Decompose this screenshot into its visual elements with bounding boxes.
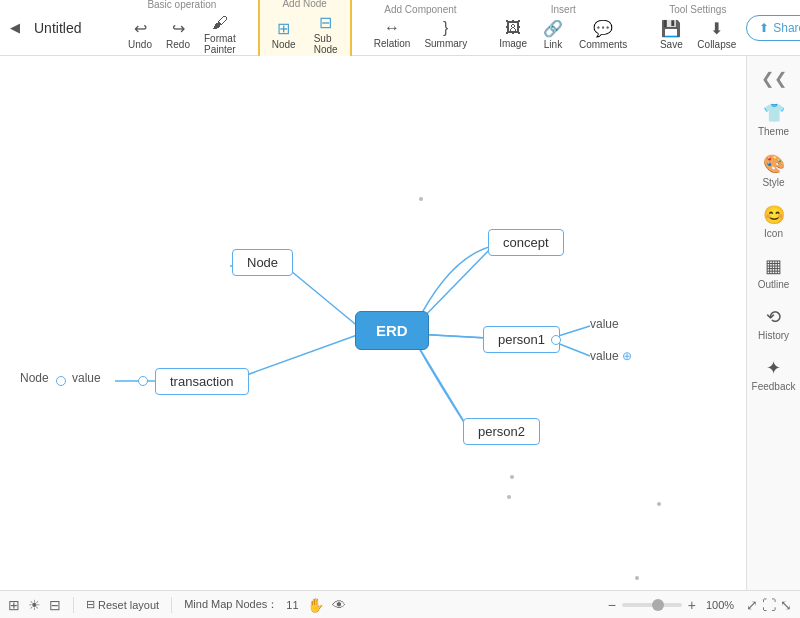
feedback-icon: ✦ <box>766 357 781 379</box>
concept-node[interactable]: concept <box>488 229 564 256</box>
theme-label: Theme <box>758 126 789 137</box>
share-icon: ⬆ <box>759 21 769 35</box>
add-subnode-button[interactable]: ⊟ Sub Node <box>306 11 346 57</box>
grid-icon[interactable]: ⊞ <box>8 597 20 613</box>
style-label: Style <box>762 177 784 188</box>
node-label: Node <box>272 39 296 50</box>
sun-icon[interactable]: ☀ <box>28 597 41 613</box>
map-nodes-label: Mind Map Nodes： <box>184 597 278 612</box>
layout-icon[interactable]: ⊟ <box>49 597 61 613</box>
add-value-icon[interactable]: ⊕ <box>622 349 632 363</box>
node1-node[interactable]: Node <box>232 249 293 276</box>
sidebar-item-theme[interactable]: 👕 Theme <box>747 96 800 143</box>
relation-label: Relation <box>374 38 411 49</box>
hand-icon[interactable]: ✋ <box>307 597 324 613</box>
person1-relation-circle <box>551 335 561 345</box>
zoom-minus-button[interactable]: − <box>606 597 618 613</box>
sidebar-item-outline[interactable]: ▦ Outline <box>747 249 800 296</box>
add-node-button[interactable]: ⊞ Node <box>264 11 304 57</box>
reset-layout-icon: ⊟ <box>86 598 95 611</box>
history-label: History <box>758 330 789 341</box>
node-count: 11 <box>286 599 298 611</box>
image-icon: 🖼 <box>505 19 521 37</box>
zoom-percent-label: 100% <box>702 599 738 611</box>
reset-layout-button[interactable]: ⊟ Reset layout <box>86 598 159 611</box>
image-button[interactable]: 🖼 Image <box>493 17 533 51</box>
link-label: Link <box>544 39 562 50</box>
redo-button[interactable]: ↪ Redo <box>160 17 196 52</box>
outline-label: Outline <box>758 279 790 290</box>
icon-label: Icon <box>764 228 783 239</box>
insert-label: Insert <box>551 4 576 15</box>
back-button[interactable]: ◀ <box>4 16 26 39</box>
add-node-group: Add Node ⊞ Node ⊟ Sub Node <box>258 0 352 61</box>
sidebar-item-history[interactable]: ⟲ History <box>747 300 800 347</box>
erd-central-node[interactable]: ERD <box>355 311 429 350</box>
value2-label: value <box>590 317 619 331</box>
tool-settings-group: Tool Settings 💾 Save ⬇ Collapse <box>649 4 746 52</box>
svg-line-3 <box>285 266 360 328</box>
main-area: ERD concept person1 person2 Node transac… <box>0 56 800 590</box>
dot-5 <box>635 576 639 580</box>
sidebar-collapse-button[interactable]: ❮❮ <box>756 64 792 92</box>
save-icon: 💾 <box>661 19 681 38</box>
eye-icon[interactable]: 👁 <box>332 597 346 613</box>
outline-icon: ▦ <box>765 255 782 277</box>
sidebar-item-style[interactable]: 🎨 Style <box>747 147 800 194</box>
zoom-slider[interactable] <box>622 603 682 607</box>
sidebar-item-feedback[interactable]: ✦ Feedback <box>747 351 800 398</box>
node1-label: Node <box>247 255 278 270</box>
undo-label: Undo <box>128 39 152 50</box>
history-icon: ⟲ <box>766 306 781 328</box>
image-label: Image <box>499 38 527 49</box>
fit-view-button[interactable]: ⤢ <box>746 597 758 613</box>
format-painter-label: Format Painter <box>204 33 236 55</box>
basic-operation-group: Basic operation ↩ Undo ↪ Redo 🖌 Format P… <box>118 0 246 57</box>
expand-button[interactable]: ⤡ <box>780 597 792 613</box>
person1-node[interactable]: person1 <box>483 326 560 353</box>
add-component-group: Add Component ↔ Relation } Summary <box>364 4 478 51</box>
format-painter-icon: 🖌 <box>212 14 228 32</box>
transaction-label: transaction <box>170 374 234 389</box>
toolbar: ◀ Untitled Basic operation ↩ Undo ↪ Redo… <box>0 0 800 56</box>
right-sidebar: ❮❮ 👕 Theme 🎨 Style 😊 Icon ▦ Outline ⟲ Hi… <box>746 56 800 590</box>
comments-button[interactable]: 💬 Comments <box>573 17 633 52</box>
value3-label: value <box>590 349 619 363</box>
collapse-button[interactable]: ⬇ Collapse <box>691 17 742 52</box>
save-button[interactable]: 💾 Save <box>653 17 689 52</box>
basic-operation-label: Basic operation <box>147 0 216 10</box>
document-title[interactable]: Untitled <box>26 20 106 36</box>
undo-button[interactable]: ↩ Undo <box>122 17 158 52</box>
subnode-label: Sub Node <box>314 33 338 55</box>
share-label: Share <box>773 21 800 35</box>
person2-node[interactable]: person2 <box>463 418 540 445</box>
bottom-bar: ⊞ ☀ ⊟ ⊟ Reset layout Mind Map Nodes： 11 … <box>0 590 800 618</box>
transaction-node[interactable]: transaction <box>155 368 249 395</box>
relation-button[interactable]: ↔ Relation <box>368 17 417 51</box>
fullscreen-button[interactable]: ⛶ <box>762 597 776 613</box>
zoom-plus-button[interactable]: + <box>686 597 698 613</box>
add-component-label: Add Component <box>384 4 456 15</box>
style-icon: 🎨 <box>763 153 785 175</box>
theme-icon: 👕 <box>763 102 785 124</box>
link-button[interactable]: 🔗 Link <box>535 17 571 52</box>
concept-label: concept <box>503 235 549 250</box>
summary-label: Summary <box>424 38 467 49</box>
erd-label: ERD <box>376 322 408 339</box>
node-circle-2 <box>138 376 148 386</box>
comments-icon: 💬 <box>593 19 613 38</box>
dot-4 <box>657 502 661 506</box>
person2-label: person2 <box>478 424 525 439</box>
canvas[interactable]: ERD concept person1 person2 Node transac… <box>0 56 746 590</box>
link-icon: 🔗 <box>543 19 563 38</box>
node-icon: ⊞ <box>277 19 290 38</box>
dot-1 <box>419 197 423 201</box>
sidebar-item-icon[interactable]: 😊 Icon <box>747 198 800 245</box>
zoom-slider-thumb[interactable] <box>652 599 664 611</box>
format-painter-button[interactable]: 🖌 Format Painter <box>198 12 242 57</box>
subnode-icon: ⊟ <box>319 13 332 32</box>
person1-label: person1 <box>498 332 545 347</box>
collapse-label: Collapse <box>697 39 736 50</box>
summary-button[interactable]: } Summary <box>418 17 473 51</box>
share-button[interactable]: ⬆ Share <box>746 15 800 41</box>
